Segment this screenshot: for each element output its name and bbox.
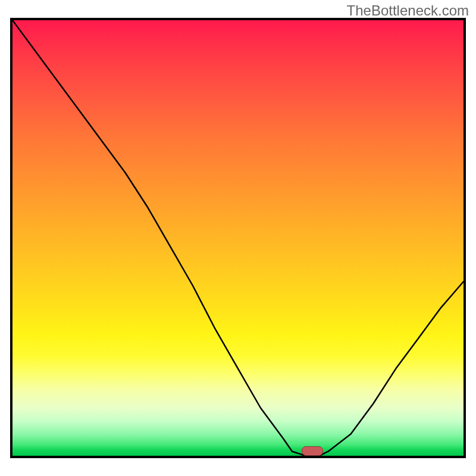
bottleneck-curve bbox=[12, 20, 464, 456]
optimal-point-marker bbox=[302, 446, 323, 456]
axis-baseline bbox=[10, 457, 466, 461]
chart-container: TheBottleneck.com bbox=[0, 0, 476, 476]
watermark-text: TheBottleneck.com bbox=[347, 2, 469, 19]
plot-frame bbox=[10, 18, 466, 458]
